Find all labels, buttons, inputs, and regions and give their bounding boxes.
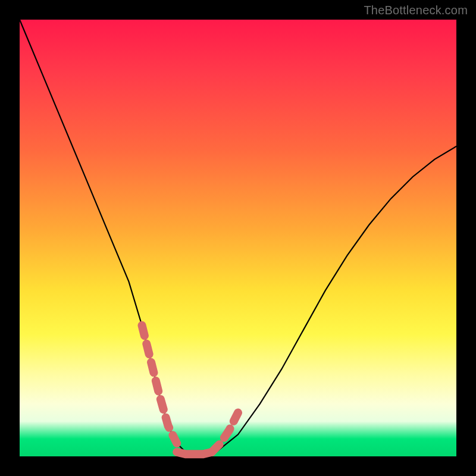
marker-left (142, 325, 177, 443)
marker-right (212, 413, 238, 452)
watermark-text: TheBottleneck.com (364, 4, 468, 17)
chart-frame: TheBottleneck.com (0, 0, 476, 476)
marker-bottom (177, 452, 212, 455)
curve-layer (20, 20, 456, 456)
bottleneck-curve (20, 20, 456, 456)
plot-area (20, 20, 456, 456)
